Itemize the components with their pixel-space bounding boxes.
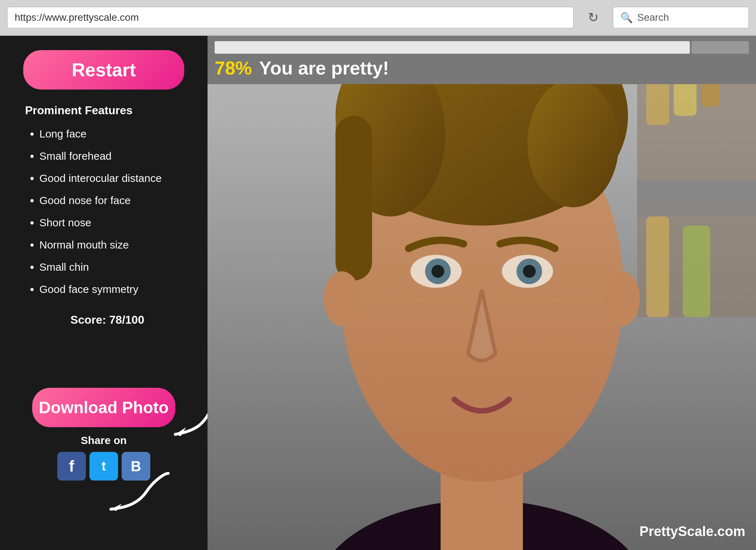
download-section: Download Photo Share on f t (18, 373, 190, 536)
svg-rect-5 (674, 84, 697, 116)
svg-rect-8 (646, 216, 669, 317)
search-icon: 🔍 (620, 12, 633, 24)
facebook-button[interactable]: f (57, 452, 86, 481)
list-item: Short nose (39, 213, 190, 232)
list-item: Good face symmetry (39, 280, 190, 299)
search-label: Search (637, 12, 669, 23)
photo-area: PrettyScale.com (208, 84, 756, 550)
svg-rect-17 (336, 116, 372, 280)
progress-row (208, 36, 756, 56)
svg-rect-4 (646, 84, 669, 125)
features-section: Prominent Features Long face Small foreh… (18, 104, 190, 327)
features-list: Long face Small forehead Good interocula… (25, 124, 190, 299)
list-item: Normal mouth size (39, 235, 190, 255)
progress-bar-filled (215, 41, 690, 54)
list-item: Good interocular distance (39, 169, 190, 188)
page-content: Restart Prominent Features Long face Sma… (0, 36, 756, 550)
share-section: Share on f t B (57, 434, 150, 525)
right-panel: 78% You are pretty! (208, 36, 756, 550)
list-item: Small forehead (39, 146, 190, 166)
list-item: Good nose for face (39, 191, 190, 210)
facebook-icon: f (69, 457, 74, 475)
svg-rect-7 (637, 180, 756, 216)
url-bar[interactable]: https://www.prettyscale.com (7, 7, 574, 28)
svg-rect-9 (683, 226, 711, 317)
label-row: 78% You are pretty! (208, 56, 756, 84)
svg-rect-6 (701, 84, 720, 107)
list-item: Small chin (39, 257, 190, 277)
list-item: Long face (39, 124, 190, 144)
face-photo (208, 84, 756, 550)
reload-button[interactable]: ↻ (581, 5, 606, 30)
download-label: Download Photo (39, 398, 169, 417)
score-text: Score: 78/100 (25, 313, 190, 327)
share-label: Share on (57, 434, 150, 447)
search-bar[interactable]: 🔍 Search (613, 7, 749, 28)
browser-chrome: https://www.prettyscale.com ↻ 🔍 Search (0, 0, 756, 36)
restart-button[interactable]: Restart (23, 50, 184, 90)
score-message: You are pretty! (259, 57, 389, 79)
download-photo-button[interactable]: Download Photo (32, 388, 175, 427)
restart-label: Restart (72, 59, 136, 81)
watermark: PrettyScale.com (639, 524, 745, 539)
svg-point-25 (603, 271, 640, 326)
features-title: Prominent Features (25, 104, 190, 117)
arrow-icon-2 (107, 470, 172, 513)
url-text: https://www.prettyscale.com (15, 12, 139, 23)
score-header-area: 78% You are pretty! (208, 36, 756, 84)
twitter-icon: t (102, 459, 106, 474)
svg-point-22 (431, 265, 444, 278)
score-percent: 78% (215, 57, 252, 79)
svg-rect-12 (441, 473, 523, 550)
reload-icon: ↻ (588, 10, 599, 25)
progress-bar-empty (692, 41, 749, 54)
svg-point-23 (523, 265, 536, 278)
svg-point-24 (323, 271, 360, 326)
svg-point-16 (527, 84, 619, 207)
left-panel: Restart Prominent Features Long face Sma… (0, 36, 208, 550)
